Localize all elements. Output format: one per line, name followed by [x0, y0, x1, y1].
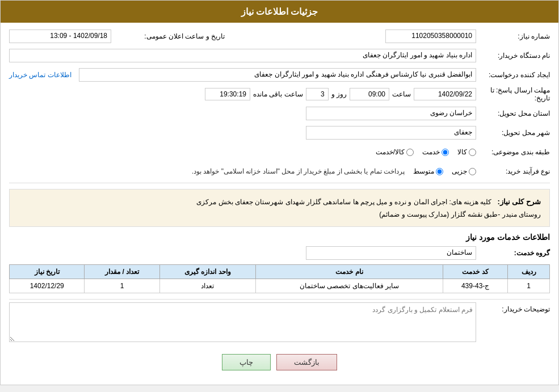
tabaqe-row: طبقه بندی موضوعی: کالا خدمت کالا/خدمت	[9, 144, 550, 160]
tosihaat-label: توضیحات خریدار:	[476, 302, 550, 313]
tarikh-saat-label: تاریخ و ساعت اعلان عمومی:	[111, 32, 225, 40]
ijad-konande-value: ابوالفضل قنبری نیا کارشناس فرهنگی اداره …	[79, 68, 476, 82]
sharh-section: شرح کلی نیاز: کلیه هزینه های: اجرای الما…	[9, 189, 550, 227]
table-cell: سایر فعالیت‌های تخصصی ساختمان	[256, 279, 443, 293]
tabaqe-value-col: کالا خدمت کالا/خدمت	[9, 148, 476, 156]
mohlet-date: 1402/09/22	[414, 88, 476, 100]
group-value: ساختمان	[306, 246, 476, 260]
ijad-konande-label: ایجاد کننده درخواست:	[476, 71, 550, 79]
ostan-row: استان محل تحویل: خراسان رضوی	[9, 106, 550, 121]
th-vahed: واحد اندازه گیری	[159, 265, 256, 279]
nam-dastgah-label: نام دستگاه خریدار:	[476, 52, 550, 60]
services-section: اطلاعات خدمات مورد نیاز گروه خدمت: ساختم…	[9, 233, 550, 293]
content-area: شماره نیاز: 1102050358000010 تاریخ و ساع…	[1, 23, 558, 385]
mohlet-remaining-label: ساعت باقی مانده	[253, 90, 303, 98]
nooe-farayand-value-col: جزیی متوسط پرداخت تمام یا بخشی از مبلغ خ…	[9, 167, 476, 175]
print-button[interactable]: چاپ	[222, 354, 271, 370]
nooe-farayand-row: نوع فرآیند خرید: جزیی متوسط پرداخت تمام …	[9, 163, 550, 179]
ostan-value: خراسان رضوی	[306, 107, 476, 120]
back-button[interactable]: بازگشت	[276, 354, 337, 370]
services-title: اطلاعات خدمات مورد نیاز	[9, 233, 550, 242]
ijad-konande-value-col: ابوالفضل قنبری نیا کارشناس فرهنگی اداره …	[9, 68, 476, 82]
nooe-jozii-option[interactable]: جزیی	[452, 167, 476, 175]
tabaqe-khadamat-label: خدمت	[422, 148, 440, 156]
sharh-line1: کلیه هزینه های: اجرای المان و نرده و میل…	[196, 198, 491, 206]
nooe-jozii-radio[interactable]	[469, 168, 476, 175]
ostan-value-col: خراسان رضوی	[9, 107, 476, 120]
nooe-note: پرداخت تمام یا بخشی از مبلغ خریدار از مح…	[192, 167, 405, 175]
tosihaat-textarea[interactable]	[9, 302, 476, 342]
tarikh-saat-value: 1402/09/18 - 13:09	[9, 29, 111, 43]
services-table: ردیف کد خدمت نام خدمت واحد اندازه گیری ت…	[9, 264, 550, 293]
table-row: 1ج-43-439سایر فعالیت‌های تخصصی ساختمانتع…	[10, 279, 550, 293]
tabaqe-kala-khadamat-option[interactable]: کالا/خدمت	[376, 148, 414, 156]
th-tarikh: تاریخ نیاز	[10, 265, 85, 279]
shahr-value: جعفای	[306, 126, 476, 140]
etelaat-tamas-link[interactable]: اطلاعات تماس خریدار	[9, 71, 72, 79]
mohlet-value-col: 1402/09/22 ساعت 09:00 روز و 3 ساعت باقی …	[9, 88, 476, 100]
services-table-head: ردیف کد خدمت نام خدمت واحد اندازه گیری ت…	[10, 265, 550, 279]
shomara-niaz-label: شماره نیاز:	[476, 32, 550, 40]
shahr-label: شهر محل تحویل:	[476, 129, 550, 137]
mohlet-rooz-label: روز و	[331, 90, 347, 98]
tabaqe-kala-label: کالا	[457, 148, 467, 156]
ijad-konande-row: ایجاد کننده درخواست: ابوالفضل قنبری نیا …	[9, 67, 550, 83]
tosihaat-row: توضیحات خریدار:	[9, 302, 550, 342]
mohlet-remaining: 19:30:19	[205, 88, 250, 100]
shahr-row: شهر محل تحویل: جعفای	[9, 125, 550, 141]
page-header: جزئیات اطلاعات نیاز	[1, 1, 558, 23]
th-kod: کد خدمت	[443, 265, 508, 279]
services-table-header-row: ردیف کد خدمت نام خدمت واحد اندازه گیری ت…	[10, 265, 550, 279]
nooe-farayand-label: نوع فرآیند خرید:	[476, 167, 550, 175]
mohlet-saat-label: ساعت	[392, 90, 411, 98]
header-title: جزئیات اطلاعات نیاز	[241, 7, 318, 16]
footer-buttons: بازگشت چاپ	[9, 345, 550, 379]
mohlet-label: مهلت ارسال پاسخ: تا تاریخ:	[476, 86, 550, 102]
tosihaat-value-col	[9, 302, 476, 342]
nooe-motavaset-option[interactable]: متوسط	[413, 167, 443, 175]
table-cell: 1	[85, 279, 159, 293]
th-tedad: تعداد / مقدار	[85, 265, 159, 279]
nam-dastgah-row: نام دستگاه خریدار: اداره بنیاد شهید و ام…	[9, 48, 550, 64]
group-row: گروه خدمت: ساختمان	[9, 246, 550, 260]
shomara-niaz-value-col: 1102050358000010	[225, 29, 476, 43]
tabaqe-kala-khadamat-radio[interactable]	[406, 149, 414, 156]
shomara-niaz-row: شماره نیاز: 1102050358000010 تاریخ و ساع…	[9, 28, 550, 44]
services-tbody: 1ج-43-439سایر فعالیت‌های تخصصی ساختمانتع…	[10, 279, 550, 293]
ostan-label: استان محل تحویل:	[476, 109, 550, 117]
nooe-motavaset-label: متوسط	[413, 167, 434, 175]
tabaqe-kala-option[interactable]: کالا	[457, 148, 476, 156]
nooe-motavaset-radio[interactable]	[436, 168, 443, 175]
nam-dastgah-value: اداره بنیاد شهید و امور ایثارگران جعفای	[9, 49, 476, 62]
nam-dastgah-value-col: اداره بنیاد شهید و امور ایثارگران جعفای	[9, 49, 476, 62]
table-cell: 1	[508, 279, 550, 293]
th-radif: ردیف	[508, 265, 550, 279]
mohlet-row: مهلت ارسال پاسخ: تا تاریخ: 1402/09/22 سا…	[9, 86, 550, 102]
table-cell: تعداد	[159, 279, 256, 293]
mohlet-saat: 09:00	[350, 88, 389, 100]
shomara-niaz-value: 1102050358000010	[385, 29, 476, 43]
tabaqe-khadamat-radio[interactable]	[442, 149, 449, 156]
mohlet-rooz: 3	[306, 88, 329, 100]
divider-1	[9, 183, 550, 183]
tabaqe-kala-khadamat-label: کالا/خدمت	[376, 148, 405, 156]
tabaqe-khadamat-option[interactable]: خدمت	[422, 148, 449, 156]
table-cell: ج-43-439	[443, 279, 508, 293]
page-container: جزئیات اطلاعات نیاز شماره نیاز: 11020503…	[0, 0, 559, 385]
tabaqe-label: طبقه بندی موضوعی:	[476, 148, 550, 156]
shahr-value-col: جعفای	[9, 126, 476, 140]
th-naam: نام خدمت	[256, 265, 443, 279]
divider-2	[9, 299, 550, 300]
nooe-jozii-label: جزیی	[452, 167, 467, 175]
table-cell: 1402/12/29	[10, 279, 85, 293]
group-label: گروه خدمت:	[476, 249, 550, 257]
tabaqe-kala-radio[interactable]	[469, 149, 476, 156]
sharh-label: شرح کلی نیاز:	[497, 197, 541, 206]
sharh-line2: روستای منیدر -طبق نقشه گلزار (مدارک پیوس…	[379, 210, 541, 218]
